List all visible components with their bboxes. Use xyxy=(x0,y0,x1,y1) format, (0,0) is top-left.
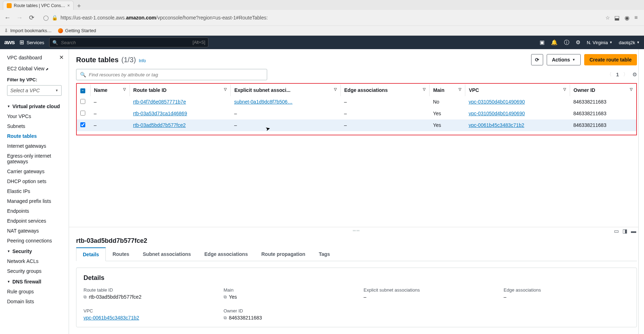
row-checkbox[interactable] xyxy=(80,111,85,116)
detail-tab[interactable]: Route propagation xyxy=(254,247,312,261)
browser-tab[interactable]: Route tables | VPC Cons… × xyxy=(3,1,74,10)
sort-icon[interactable]: ▽ xyxy=(224,87,227,91)
sort-icon[interactable]: ▽ xyxy=(423,87,426,91)
notifications-icon[interactable]: 🔔 xyxy=(551,39,558,46)
sidebar-item[interactable]: Network ACLs xyxy=(0,256,69,266)
sort-icon[interactable]: ▽ xyxy=(123,87,126,91)
panel-layout-icon[interactable]: ◨ xyxy=(622,228,628,234)
column-header[interactable]: Edge associations▽ xyxy=(340,84,429,96)
sort-icon[interactable]: ▽ xyxy=(334,87,337,91)
table-row[interactable]: –rtb-03a53d73ca1d46869––Yesvpc-031050d4b… xyxy=(77,108,636,119)
sidebar-item[interactable]: Carrier gateways xyxy=(0,166,69,176)
address-bar[interactable]: ◯ 🔒 https://us-east-1.console.aws.amazon… xyxy=(40,15,601,20)
prev-page-button[interactable]: 〈 xyxy=(607,71,612,78)
copy-icon[interactable]: ⧉ xyxy=(84,294,87,299)
column-header[interactable]: Owner ID▽ xyxy=(570,84,636,96)
import-bookmarks-item[interactable]: ⇩ Import bookmarks… xyxy=(4,28,52,33)
sidebar-section-header[interactable]: Security xyxy=(0,246,69,256)
vpc-link[interactable]: vpc-031050d4b01490690 xyxy=(468,99,525,105)
sidebar-item[interactable]: DHCP option sets xyxy=(0,176,69,186)
sidebar-item[interactable]: Route tables xyxy=(0,131,69,141)
search-input[interactable]: 🔍 [Alt+S] xyxy=(49,37,208,47)
reload-button[interactable]: ⟳ xyxy=(28,14,35,22)
sidebar-item[interactable]: Managed prefix lists xyxy=(0,196,69,206)
column-header[interactable]: VPC▽ xyxy=(465,84,570,96)
filter-input[interactable]: 🔍 xyxy=(76,69,267,80)
bookmark-star-icon[interactable]: ☆ xyxy=(605,15,610,20)
settings-icon[interactable]: ⚙ xyxy=(576,39,580,46)
vpc-link[interactable]: vpc-031050d4b01490690 xyxy=(468,111,525,116)
column-header[interactable]: Name▽ xyxy=(90,84,130,96)
next-page-button[interactable]: 〉 xyxy=(623,71,628,78)
help-icon[interactable]: ⓘ xyxy=(564,39,569,46)
column-header[interactable]: Explicit subnet associ...▽ xyxy=(231,84,341,96)
table-settings-icon[interactable]: ⚙ xyxy=(632,71,637,78)
sort-icon[interactable]: ▽ xyxy=(459,87,461,91)
vpc-dashboard-link[interactable]: VPC dashboard xyxy=(7,55,42,60)
sort-icon[interactable]: ▽ xyxy=(630,87,633,91)
sidebar-item[interactable]: Rule groups xyxy=(0,287,69,297)
cloudshell-icon[interactable]: ▣ xyxy=(540,39,545,46)
sidebar-item[interactable]: Subnets xyxy=(0,121,69,131)
row-checkbox[interactable] xyxy=(80,99,85,104)
detail-tab[interactable]: Edge associations xyxy=(198,247,255,261)
sidebar-section-header[interactable]: Virtual private cloud xyxy=(0,101,69,111)
route-table-link[interactable]: rtb-03a53d73ca1d46869 xyxy=(133,111,187,116)
sidebar-item[interactable]: NAT gateways xyxy=(0,226,69,236)
detail-tab[interactable]: Details xyxy=(76,247,106,261)
copy-icon[interactable]: ⧉ xyxy=(224,294,227,299)
sidebar-item[interactable]: Endpoint services xyxy=(0,216,69,226)
filter-field[interactable] xyxy=(89,72,263,77)
select-all-checkbox[interactable]: − xyxy=(80,88,85,93)
sidebar-item[interactable]: Internet gateways xyxy=(0,141,69,151)
region-selector[interactable]: N. Virginia ▼ xyxy=(587,40,613,45)
route-table-link[interactable]: rtb-04f7d6e0857771b7e xyxy=(133,99,186,105)
panel-drag-handle[interactable]: ══ ▭ ◨ ▬ xyxy=(69,227,644,234)
panel-layout-icon[interactable]: ▭ xyxy=(614,228,620,234)
subnet-link[interactable]: subnet-0a1d9dc8f7b506… xyxy=(234,99,293,105)
detail-tab[interactable]: Subnet associations xyxy=(136,247,197,261)
actions-button[interactable]: Actions ▼ xyxy=(547,54,581,65)
sidebar-item[interactable]: Security groups xyxy=(0,266,69,276)
search-field[interactable] xyxy=(61,40,190,45)
forward-button[interactable]: → xyxy=(16,14,23,22)
sidebar-item[interactable]: Domain lists xyxy=(0,297,69,306)
sidebar-item[interactable]: Endpoints xyxy=(0,206,69,216)
row-checkbox[interactable] xyxy=(80,122,85,127)
sidebar-item[interactable]: Elastic IPs xyxy=(0,186,69,196)
chevron-down-icon: ▼ xyxy=(572,58,575,61)
info-link[interactable]: Info xyxy=(139,58,146,63)
vpc-link[interactable]: vpc-0061b45c3483c71b2 xyxy=(84,315,139,321)
ec2-global-view-link[interactable]: EC2 Global View⬈ xyxy=(0,64,69,75)
services-button[interactable]: Services xyxy=(19,40,44,45)
refresh-button[interactable]: ⟳ xyxy=(531,54,543,65)
user-menu[interactable]: daotq2k ▼ xyxy=(619,40,640,45)
tab-close-icon[interactable]: × xyxy=(67,3,70,8)
detail-tab[interactable]: Tags xyxy=(312,247,337,261)
table-row[interactable]: –rtb-04f7d6e0857771b7esubnet-0a1d9dc8f7b… xyxy=(77,96,636,108)
overflow-icon[interactable]: ≡ xyxy=(634,14,638,21)
sidebar-close-icon[interactable]: ✕ xyxy=(59,54,64,61)
new-tab-button[interactable]: + xyxy=(74,2,84,10)
create-route-table-button[interactable]: Create route table xyxy=(584,54,637,65)
sidebar-section-header[interactable]: DNS firewall xyxy=(0,276,69,287)
table-cell: – xyxy=(90,96,130,108)
getting-started-bookmark[interactable]: Getting Started xyxy=(58,28,96,33)
panel-layout-icon[interactable]: ▬ xyxy=(631,228,637,234)
vpc-filter-select[interactable]: Select a VPC ▼ xyxy=(7,85,62,96)
vpc-link[interactable]: vpc-0061b45c3483c71b2 xyxy=(468,122,524,128)
detail-tab[interactable]: Routes xyxy=(106,247,136,261)
sidebar-item[interactable]: Peering connections xyxy=(0,236,69,246)
column-header[interactable]: Route table ID▽ xyxy=(130,84,231,96)
table-row[interactable]: –rtb-03ad5bdd7b577fce2––Yesvpc-0061b45c3… xyxy=(77,119,636,131)
sort-icon[interactable]: ▽ xyxy=(563,87,566,91)
back-button[interactable]: ← xyxy=(4,14,11,22)
copy-icon[interactable]: ⧉ xyxy=(224,315,227,320)
pocket-icon[interactable]: ⬓ xyxy=(614,14,620,21)
aws-logo[interactable]: aws xyxy=(4,39,15,46)
sidebar-item[interactable]: Egress-only internet gateways xyxy=(0,151,69,166)
column-header[interactable]: Main▽ xyxy=(430,84,465,96)
sidebar-item[interactable]: Your VPCs xyxy=(0,111,69,121)
route-table-link[interactable]: rtb-03ad5bdd7b577fce2 xyxy=(133,122,186,128)
account-icon[interactable]: ◉ xyxy=(625,14,629,21)
